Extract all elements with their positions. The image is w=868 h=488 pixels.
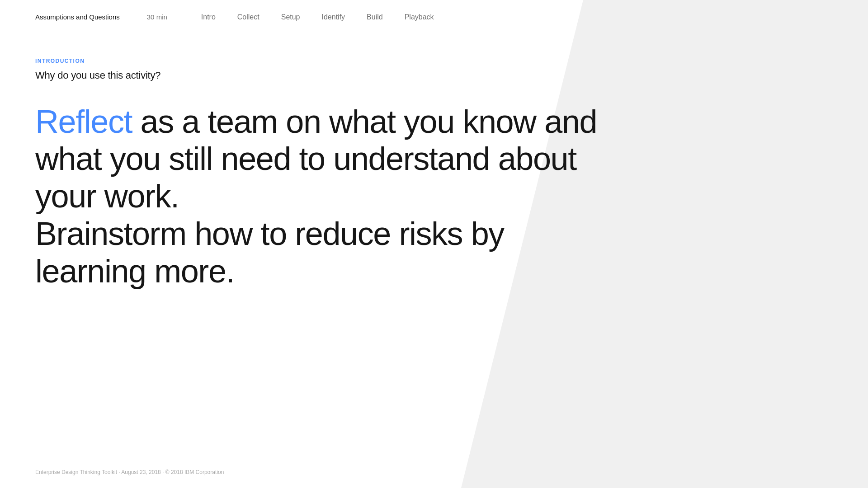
header: Assumptions and Questions 30 min Intro C… xyxy=(0,0,868,31)
nav-item-setup[interactable]: Setup xyxy=(281,13,300,21)
duration-label: 30 min xyxy=(147,13,174,21)
section-label: INTRODUCTION xyxy=(35,58,833,64)
main-content: INTRODUCTION Why do you use this activit… xyxy=(0,31,868,488)
nav-item-playback[interactable]: Playback xyxy=(405,13,434,21)
hero-highlight: Reflect xyxy=(35,103,132,140)
nav-item-build[interactable]: Build xyxy=(367,13,383,21)
nav-item-identify[interactable]: Identify xyxy=(322,13,345,21)
footer-text: Enterprise Design Thinking Toolkit · Aug… xyxy=(35,469,224,475)
footer: Enterprise Design Thinking Toolkit · Aug… xyxy=(35,469,224,475)
content-wrapper: Assumptions and Questions 30 min Intro C… xyxy=(0,0,868,488)
nav-item-collect[interactable]: Collect xyxy=(237,13,259,21)
nav: Intro Collect Setup Identify Build Playb… xyxy=(201,13,434,21)
hero-text-second: Brainstorm how to reduce risks by learni… xyxy=(35,216,504,289)
section-subtitle: Why do you use this activity? xyxy=(35,70,833,81)
page-title: Assumptions and Questions xyxy=(35,13,120,22)
hero-text: Reflect as a team on what you know and w… xyxy=(35,103,623,290)
nav-item-intro[interactable]: Intro xyxy=(201,13,216,21)
